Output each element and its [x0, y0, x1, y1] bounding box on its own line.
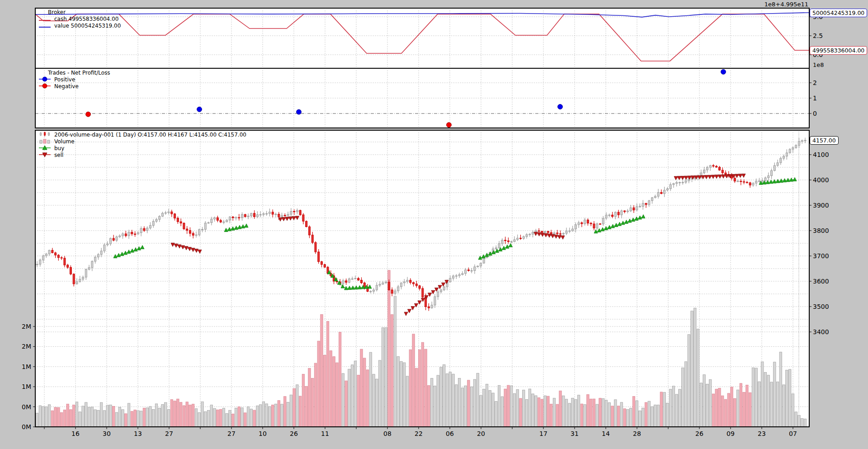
broker-legend-cash: cash 499558336004.00 — [54, 16, 118, 23]
volume-bar — [177, 399, 179, 427]
candle-body — [198, 230, 200, 235]
candle-body — [648, 201, 650, 204]
volume-bar — [718, 388, 721, 427]
volume-bar — [308, 369, 311, 427]
volume-bar — [620, 402, 623, 427]
candle-body — [61, 258, 62, 258]
candle-body — [180, 222, 182, 223]
candle-body — [45, 254, 47, 256]
candle-body — [449, 278, 451, 282]
candle-body — [259, 214, 261, 215]
candle-body — [526, 235, 528, 237]
candle-body — [566, 231, 567, 233]
candle-body — [572, 229, 574, 231]
candle-body — [306, 221, 307, 227]
candle-body — [501, 240, 503, 244]
candle-body — [517, 238, 519, 240]
candle-body — [462, 274, 463, 275]
volume-bar — [504, 389, 506, 427]
volume-bar — [75, 402, 78, 427]
volume-bar — [666, 403, 669, 427]
volume-bar — [388, 270, 390, 427]
candle-body — [159, 216, 160, 219]
x-tick-label: 20 — [477, 430, 485, 437]
candle-body — [137, 233, 139, 234]
volume-bar — [235, 408, 237, 427]
candle-body — [403, 282, 405, 283]
candle-body — [348, 279, 350, 283]
volume-tick-label: 2M — [22, 323, 31, 330]
volume-bar — [106, 405, 108, 427]
volume-bar — [455, 385, 458, 427]
candle-body — [581, 223, 583, 224]
candle-body — [244, 214, 246, 217]
candle-body — [792, 148, 794, 149]
candle-body — [269, 212, 270, 213]
volume-bar — [709, 379, 711, 427]
candle-body — [722, 170, 723, 173]
candle-body — [584, 220, 586, 223]
trade-dot-positive — [197, 107, 202, 112]
volume-bar — [412, 334, 415, 427]
candle-body — [57, 255, 59, 258]
last-price-box: 4157.00 — [810, 136, 839, 145]
candle-body — [311, 235, 313, 243]
volume-bar — [167, 410, 170, 427]
candle-body — [553, 233, 555, 234]
volume-bar — [571, 398, 574, 427]
volume-bar — [467, 380, 470, 427]
volume-bar — [798, 415, 800, 427]
volume-bar — [590, 399, 592, 427]
candle-body — [113, 238, 114, 240]
candle-body — [413, 283, 415, 284]
volume-bar — [746, 385, 748, 427]
volume-bar — [568, 403, 571, 427]
volume-bar — [66, 404, 69, 427]
volume-bar — [400, 361, 402, 427]
candle-body — [131, 232, 133, 234]
volume-bar — [449, 372, 451, 427]
volume-bar — [369, 352, 372, 427]
volume-bar — [146, 408, 148, 427]
volume-bar — [333, 357, 335, 427]
volume-tick-label: 2M — [22, 343, 31, 350]
volume-bar — [382, 328, 384, 427]
volume-bar — [538, 397, 540, 427]
x-tick-label: 26 — [290, 430, 298, 437]
candle-body — [639, 206, 641, 207]
volume-bar — [100, 402, 102, 427]
volume-bar — [57, 407, 60, 427]
candle-body — [345, 281, 347, 283]
negative-dot-icon — [39, 83, 51, 90]
volume-bar — [532, 394, 534, 427]
volume-bar — [501, 397, 503, 427]
candle-body — [217, 217, 218, 220]
candle-body — [287, 214, 289, 215]
volume-bar — [115, 412, 118, 427]
candle-body — [700, 173, 702, 175]
volume-bar — [118, 407, 121, 427]
volume-bar — [373, 374, 375, 427]
candle-body — [703, 170, 705, 173]
candle-body — [664, 190, 665, 194]
price-tick-label: 3600 — [813, 278, 829, 285]
x-tick-label: 09 — [726, 430, 735, 437]
candle-body — [798, 142, 800, 146]
volume-bar — [679, 389, 681, 427]
volume-bar — [143, 408, 145, 427]
volume-bar — [675, 394, 678, 427]
candle-body — [618, 212, 619, 215]
trades-legend-negative: Negative — [54, 83, 79, 90]
volume-bar — [391, 315, 393, 427]
trade-dot-negative — [447, 123, 452, 128]
volume-bar — [219, 409, 222, 427]
candle-body — [36, 264, 38, 265]
candle-body — [624, 211, 626, 212]
volume-bar — [672, 386, 675, 427]
candle-body — [465, 270, 467, 274]
x-tick-label: 17 — [539, 430, 547, 437]
volume-bar — [201, 402, 203, 427]
candle-body — [737, 181, 739, 182]
price-tick-label: 3800 — [813, 227, 829, 234]
volume-bar — [559, 391, 561, 427]
